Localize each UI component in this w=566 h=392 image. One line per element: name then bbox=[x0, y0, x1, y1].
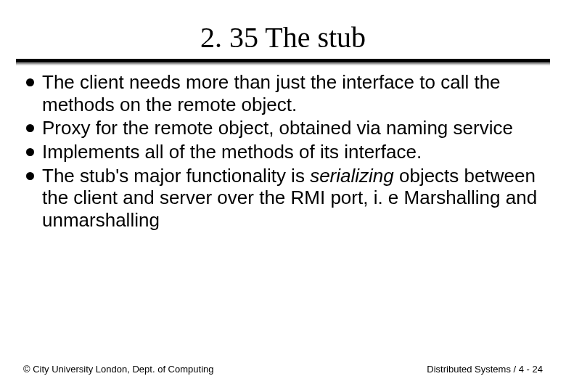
bullet-text-pre: The stub's major functionality is bbox=[42, 165, 310, 187]
list-item: Implements all of the methods of its int… bbox=[23, 141, 543, 163]
slide-title: 2. 35 The stub bbox=[0, 20, 566, 54]
footer-right: Distributed Systems / 4 - 24 bbox=[427, 364, 543, 375]
list-item: The client needs more than just the inte… bbox=[23, 71, 543, 115]
bullet-text: Proxy for the remote object, obtained vi… bbox=[42, 117, 513, 139]
slide-content: The client needs more than just the inte… bbox=[0, 71, 566, 232]
bullet-list: The client needs more than just the inte… bbox=[23, 71, 543, 232]
footer-left: © City University London, Dept. of Compu… bbox=[23, 364, 213, 375]
title-divider bbox=[16, 59, 550, 62]
bullet-text: The client needs more than just the inte… bbox=[42, 71, 501, 115]
bullet-text: Implements all of the methods of its int… bbox=[42, 141, 422, 163]
list-item: Proxy for the remote object, obtained vi… bbox=[23, 117, 543, 139]
list-item: The stub's major functionality is serial… bbox=[23, 165, 543, 232]
bullet-text-em: serializing bbox=[310, 165, 394, 187]
slide-footer: © City University London, Dept. of Compu… bbox=[0, 364, 566, 375]
